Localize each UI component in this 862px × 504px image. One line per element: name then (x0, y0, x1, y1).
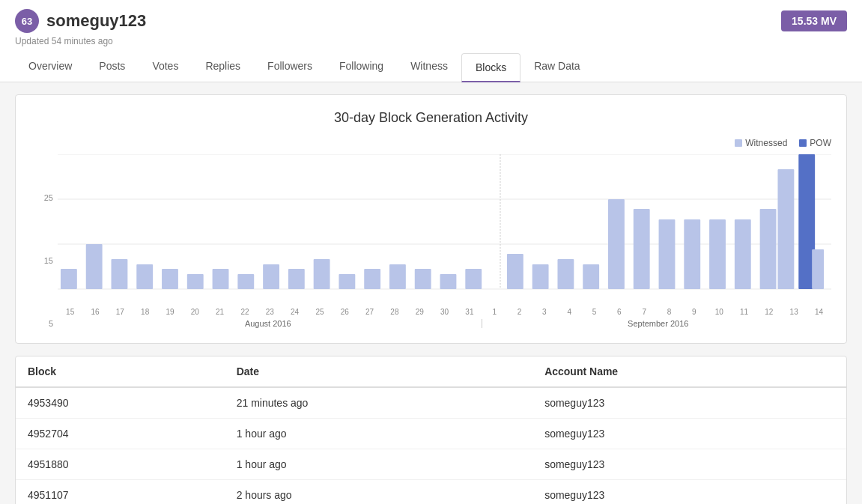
svg-rect-26 (608, 199, 625, 289)
y-label-15: 15 (44, 256, 53, 265)
chart-svg-area: 15 16 17 18 19 20 21 22 23 24 25 26 27 2… (58, 154, 831, 328)
x-label-s6: 6 (607, 308, 631, 316)
x-label-s2: 2 (507, 308, 532, 316)
svg-rect-6 (86, 244, 103, 289)
user-row: 63 someguy123 15.53 MV (15, 9, 847, 33)
x-label-19: 19 (157, 308, 182, 316)
x-label-22: 22 (232, 308, 257, 316)
x-axis-labels: 15 16 17 18 19 20 21 22 23 24 25 26 27 2… (58, 306, 831, 318)
chart-container: 30-day Block Generation Activity Witness… (15, 94, 847, 344)
y-label-25: 25 (44, 193, 53, 202)
x-label-s10: 10 (707, 308, 732, 316)
x-label-s11: 11 (732, 308, 756, 316)
x-label-17: 17 (108, 308, 133, 316)
svg-rect-31 (735, 219, 751, 289)
svg-rect-8 (136, 264, 153, 289)
x-label-28: 28 (382, 308, 407, 316)
cell-block: 4951107 (16, 480, 225, 505)
svg-rect-20 (440, 274, 457, 289)
svg-rect-33 (777, 169, 794, 289)
cell-date: 21 minutes ago (225, 387, 532, 419)
tab-votes[interactable]: Votes (139, 52, 192, 82)
cell-block: 4951880 (16, 449, 225, 480)
x-label-27: 27 (357, 308, 382, 316)
y-label-5: 5 (49, 319, 53, 328)
month-labels: August 2016 September 2016 (58, 319, 831, 328)
x-label-30: 30 (432, 308, 457, 316)
x-label-18: 18 (133, 308, 157, 316)
col-block: Block (16, 356, 225, 387)
avatar: 63 (15, 9, 39, 33)
svg-rect-25 (583, 264, 599, 289)
user-info: 63 someguy123 (15, 9, 146, 33)
legend-pow: POW (799, 138, 831, 148)
witnessed-label: Witnessed (745, 138, 787, 148)
x-label-26: 26 (333, 308, 357, 316)
legend-witnessed: Witnessed (735, 138, 787, 148)
updated-text: Updated 54 minutes ago (15, 36, 847, 46)
tab-following[interactable]: Following (326, 52, 397, 82)
witnessed-dot (735, 139, 742, 147)
col-date: Date (225, 356, 532, 387)
x-label-s9: 9 (682, 308, 706, 316)
september-label: September 2016 (482, 319, 831, 328)
blocks-table-container: Block Date Account Name 4953490 21 minut… (15, 356, 847, 504)
svg-rect-9 (162, 269, 178, 289)
svg-rect-22 (507, 254, 523, 289)
svg-rect-12 (237, 274, 254, 289)
x-label-s1: 1 (482, 308, 507, 316)
header: 63 someguy123 15.53 MV Updated 54 minute… (0, 0, 862, 82)
svg-rect-10 (187, 274, 204, 289)
pow-label: POW (810, 138, 831, 148)
svg-rect-30 (709, 219, 726, 289)
x-label-29: 29 (407, 308, 432, 316)
tab-rawdata[interactable]: Raw Data (520, 52, 593, 82)
x-label-s3: 3 (532, 308, 556, 316)
svg-rect-27 (634, 209, 650, 289)
x-label-s13: 13 (782, 308, 807, 316)
svg-rect-24 (557, 259, 574, 289)
tab-blocks[interactable]: Blocks (461, 53, 520, 82)
tab-replies[interactable]: Replies (192, 52, 254, 82)
chart-with-yaxis: 25 15 5 (31, 154, 831, 328)
tab-posts[interactable]: Posts (85, 52, 139, 82)
username: someguy123 (46, 11, 146, 31)
table-row: 4951880 1 hour ago someguy123 (16, 449, 846, 480)
svg-rect-14 (288, 269, 305, 289)
table-body: 4953490 21 minutes ago someguy123 495270… (16, 387, 846, 504)
col-account: Account Name (532, 356, 846, 387)
x-label-24: 24 (282, 308, 307, 316)
table-header: Block Date Account Name (16, 356, 846, 387)
tab-bar: Overview Posts Votes Replies Followers F… (15, 52, 847, 82)
mv-badge: 15.53 MV (781, 10, 847, 31)
svg-rect-32 (760, 209, 777, 289)
svg-rect-18 (389, 264, 406, 289)
tab-overview[interactable]: Overview (15, 52, 85, 82)
august-label: August 2016 (58, 319, 482, 328)
y-axis: 25 15 5 (31, 193, 58, 328)
cell-block: 4952704 (16, 419, 225, 449)
x-label-15: 15 (58, 308, 82, 316)
chart-title: 30-day Block Generation Activity (31, 110, 831, 126)
svg-rect-23 (532, 264, 549, 289)
tab-followers[interactable]: Followers (254, 52, 326, 82)
svg-rect-19 (415, 269, 431, 289)
cell-block: 4953490 (16, 387, 225, 419)
cell-account: someguy123 (532, 419, 846, 449)
table-row: 4951107 2 hours ago someguy123 (16, 480, 846, 505)
tab-witness[interactable]: Witness (397, 52, 461, 82)
blocks-table: Block Date Account Name 4953490 21 minut… (16, 356, 846, 504)
x-label-25: 25 (307, 308, 332, 316)
pow-dot (799, 139, 807, 147)
cell-account: someguy123 (532, 480, 846, 505)
x-label-20: 20 (183, 308, 207, 316)
table-row: 4953490 21 minutes ago someguy123 (16, 387, 846, 419)
svg-rect-28 (659, 219, 676, 289)
svg-rect-13 (263, 264, 279, 289)
cell-date: 2 hours ago (225, 480, 532, 505)
chart-legend: Witnessed POW (31, 138, 831, 148)
x-label-s4: 4 (557, 308, 582, 316)
x-label-s14: 14 (807, 308, 831, 316)
table-row: 4952704 1 hour ago someguy123 (16, 419, 846, 449)
svg-rect-35 (812, 249, 824, 289)
